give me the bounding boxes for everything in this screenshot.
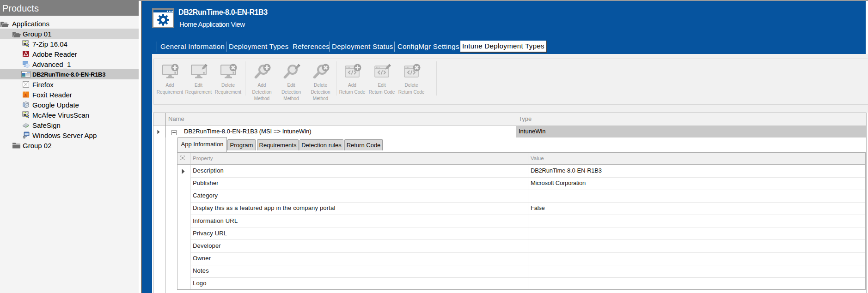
svg-text:PDF: PDF [24,96,27,98]
